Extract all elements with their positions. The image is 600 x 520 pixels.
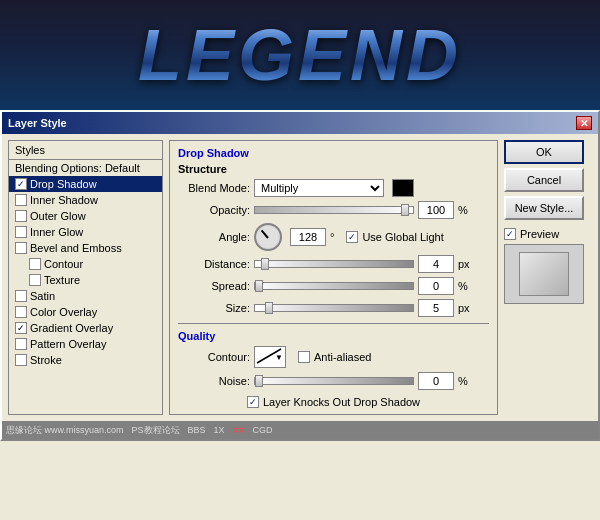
anti-aliased-checkbox[interactable] — [298, 351, 310, 363]
sidebar-item-pattern-overlay[interactable]: Pattern Overlay — [9, 336, 162, 352]
distance-thumb[interactable] — [261, 258, 269, 270]
layer-knocks-label: Layer Knocks Out Drop Shadow — [263, 396, 420, 408]
left-panel: Styles Blending Options: Default ✓ Drop … — [8, 140, 163, 415]
footer-right3: 1X — [214, 425, 225, 435]
stroke-checkbox[interactable] — [15, 354, 27, 366]
distance-slider[interactable] — [254, 260, 414, 268]
global-light-checkbox[interactable]: ✓ — [346, 231, 358, 243]
size-input[interactable] — [418, 299, 454, 317]
pattern-overlay-label: Pattern Overlay — [30, 338, 106, 350]
layer-knocks-checkbox[interactable]: ✓ — [247, 396, 259, 408]
sidebar-item-gradient-overlay[interactable]: ✓ Gradient Overlay — [9, 320, 162, 336]
preview-checkbox[interactable]: ✓ — [504, 228, 516, 240]
stroke-label: Stroke — [30, 354, 62, 366]
pattern-overlay-checkbox[interactable] — [15, 338, 27, 350]
quality-title: Quality — [178, 330, 489, 342]
opacity-thumb[interactable] — [401, 204, 409, 216]
new-style-button[interactable]: New Style... — [504, 196, 584, 220]
sidebar-item-drop-shadow[interactable]: ✓ Drop Shadow — [9, 176, 162, 192]
blend-mode-select[interactable]: Multiply — [254, 179, 384, 197]
spread-row: Spread: % — [178, 277, 489, 295]
distance-input[interactable] — [418, 255, 454, 273]
gradient-overlay-checkbox[interactable]: ✓ — [15, 322, 27, 334]
noise-input[interactable] — [418, 372, 454, 390]
right-panel: OK Cancel New Style... ✓ Preview — [504, 140, 592, 415]
preview-section: ✓ Preview — [504, 228, 592, 304]
main-panel: Drop Shadow Structure Blend Mode: Multip… — [169, 140, 498, 415]
noise-slider[interactable] — [254, 377, 414, 385]
anti-aliased-row: Anti-aliased — [298, 351, 371, 363]
sidebar-item-color-overlay[interactable]: Color Overlay — [9, 304, 162, 320]
dialog-title: Layer Style — [8, 117, 67, 129]
angle-input[interactable] — [290, 228, 326, 246]
contour-label: Contour — [44, 258, 83, 270]
size-unit: px — [458, 302, 470, 314]
inner-shadow-checkbox[interactable] — [15, 194, 27, 206]
bevel-emboss-label: Bevel and Emboss — [30, 242, 122, 254]
sidebar-item-inner-glow[interactable]: Inner Glow — [9, 224, 162, 240]
bevel-emboss-checkbox[interactable] — [15, 242, 27, 254]
noise-unit: % — [458, 375, 468, 387]
size-row: Size: px — [178, 299, 489, 317]
texture-label: Texture — [44, 274, 80, 286]
color-overlay-checkbox[interactable] — [15, 306, 27, 318]
preview-label-row: ✓ Preview — [504, 228, 592, 240]
opacity-input[interactable]: 100 — [418, 201, 454, 219]
distance-label: Distance: — [178, 258, 250, 270]
global-light-label: Use Global Light — [362, 231, 443, 243]
preview-label-text: Preview — [520, 228, 559, 240]
shadow-color-box[interactable] — [392, 179, 414, 197]
blend-mode-row: Blend Mode: Multiply — [178, 179, 489, 197]
contour-checkbox[interactable] — [29, 258, 41, 270]
banner-text: LeGeND — [138, 14, 462, 96]
sidebar-item-outer-glow[interactable]: Outer Glow — [9, 208, 162, 224]
footer-right1: PS教程论坛 — [132, 424, 180, 437]
sidebar-item-stroke[interactable]: Stroke — [9, 352, 162, 368]
spread-input[interactable] — [418, 277, 454, 295]
opacity-label: Opacity: — [178, 204, 250, 216]
sidebar-item-contour[interactable]: Contour — [9, 256, 162, 272]
angle-dial[interactable] — [254, 223, 282, 251]
ok-button[interactable]: OK — [504, 140, 584, 164]
noise-thumb[interactable] — [255, 375, 263, 387]
styles-header: Styles — [9, 141, 162, 160]
angle-unit: ° — [330, 231, 334, 243]
sidebar-item-inner-shadow[interactable]: Inner Shadow — [9, 192, 162, 208]
opacity-slider[interactable] — [254, 206, 414, 214]
footer-right4: XX — [233, 425, 245, 435]
close-button[interactable]: ✕ — [576, 116, 592, 130]
sidebar-item-bevel-emboss[interactable]: Bevel and Emboss — [9, 240, 162, 256]
footer-left: 思缘论坛 www.missyuan.com — [6, 424, 124, 437]
footer-right5: CGD — [253, 425, 273, 435]
distance-row: Distance: px — [178, 255, 489, 273]
cancel-button[interactable]: Cancel — [504, 168, 584, 192]
sidebar-item-texture[interactable]: Texture — [9, 272, 162, 288]
global-light-row: ✓ Use Global Light — [346, 231, 443, 243]
opacity-row: Opacity: 100 % — [178, 201, 489, 219]
satin-checkbox[interactable] — [15, 290, 27, 302]
footer-bar: 思缘论坛 www.missyuan.com PS教程论坛 BBS 1X XX C… — [2, 421, 598, 439]
drop-shadow-checkbox[interactable]: ✓ — [15, 178, 27, 190]
banner: LeGeND — [0, 0, 600, 110]
texture-checkbox[interactable] — [29, 274, 41, 286]
sidebar-item-satin[interactable]: Satin — [9, 288, 162, 304]
inner-glow-checkbox[interactable] — [15, 226, 27, 238]
outer-glow-checkbox[interactable] — [15, 210, 27, 222]
footer-right2: BBS — [188, 425, 206, 435]
spread-thumb[interactable] — [255, 280, 263, 292]
dial-indicator — [261, 230, 269, 239]
preview-inner — [519, 252, 569, 296]
size-slider[interactable] — [254, 304, 414, 312]
contour-preview[interactable]: ▼ — [254, 346, 286, 368]
spread-unit: % — [458, 280, 468, 292]
opacity-unit: % — [458, 204, 468, 216]
angle-label: Angle: — [178, 231, 250, 243]
noise-label: Noise: — [178, 375, 250, 387]
sidebar-item-blending[interactable]: Blending Options: Default — [9, 160, 162, 176]
gradient-overlay-label: Gradient Overlay — [30, 322, 113, 334]
inner-glow-label: Inner Glow — [30, 226, 83, 238]
spread-slider[interactable] — [254, 282, 414, 290]
color-overlay-label: Color Overlay — [30, 306, 97, 318]
size-thumb[interactable] — [265, 302, 273, 314]
section-title: Drop Shadow — [178, 147, 489, 159]
